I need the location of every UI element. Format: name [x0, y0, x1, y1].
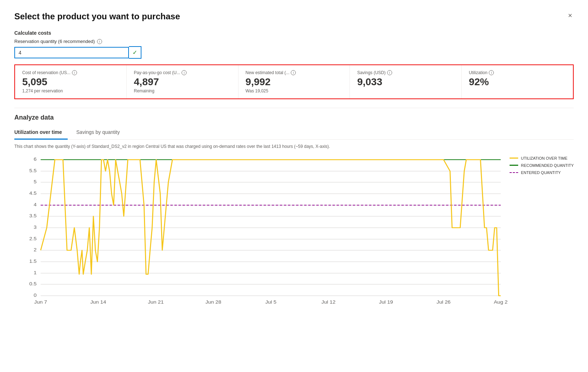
close-button[interactable]: × — [567, 11, 574, 20]
svg-text:5.5: 5.5 — [29, 168, 37, 173]
metric-header-1: Pay-as-you-go cost (U... i — [134, 70, 231, 75]
legend-purple-line — [510, 172, 518, 173]
svg-text:4.5: 4.5 — [29, 190, 37, 196]
tab-savings[interactable]: Savings by quantity — [76, 126, 125, 140]
metric-header-0: Cost of reservation (US... i — [22, 70, 119, 75]
analyze-title: Analyze data — [14, 114, 574, 121]
metric-value-0: 5,095 — [22, 77, 119, 88]
qty-label-text: Reservation quantity (6 recommended) — [14, 39, 95, 44]
svg-text:Aug 2: Aug 2 — [494, 299, 508, 305]
metric-item-4: Utilization i 92% — [462, 65, 573, 98]
svg-text:Jun 14: Jun 14 — [90, 299, 106, 305]
svg-text:6: 6 — [34, 156, 37, 162]
svg-text:3.5: 3.5 — [29, 213, 37, 218]
svg-text:1: 1 — [34, 270, 37, 275]
metric-sub-0: 1,274 per reservation — [22, 88, 119, 93]
tab-utilization[interactable]: Utilization over time — [14, 126, 68, 140]
tabs: Utilization over time Savings by quantit… — [14, 126, 574, 140]
chart-legend: UTILIZATION OVER TIME RECOMMENDED QUANTI… — [510, 156, 574, 175]
metric-header-4: Utilization i — [469, 70, 566, 75]
svg-text:5: 5 — [34, 179, 37, 184]
metrics-box: Cost of reservation (US... i 5,095 1,274… — [14, 64, 574, 99]
svg-text:0: 0 — [34, 293, 37, 298]
metric-header-2: New estimated total (... i — [246, 70, 343, 75]
svg-text:Jun 7: Jun 7 — [34, 299, 47, 305]
metric-item-0: Cost of reservation (US... i 5,095 1,274… — [15, 65, 127, 98]
chart-area: .axis-label { font-size: 13px; fill: #60… — [14, 153, 574, 314]
section-label: Calculate costs — [14, 30, 574, 36]
svg-text:Jul 5: Jul 5 — [265, 299, 276, 305]
metric-header-3: Savings (USD) i — [357, 70, 454, 75]
svg-text:2.5: 2.5 — [29, 236, 37, 241]
section-divider — [14, 108, 574, 108]
metric-info-icon-4[interactable]: i — [489, 70, 494, 75]
metric-sub-2: Was 19,025 — [246, 88, 343, 93]
svg-text:1.5: 1.5 — [29, 259, 37, 264]
metric-value-1: 4,897 — [134, 77, 231, 88]
legend-entered: ENTERED QUANTITY — [510, 170, 574, 175]
legend-recommended: RECOMMENDED QUANTITY — [510, 163, 574, 168]
metric-value-2: 9,992 — [246, 77, 343, 88]
svg-text:Jul 12: Jul 12 — [322, 299, 336, 305]
legend-utilization: UTILIZATION OVER TIME — [510, 156, 574, 160]
qty-checkmark: ✓ — [129, 46, 141, 59]
page-title: Select the product you want to purchase — [14, 11, 180, 21]
svg-text:Jun 21: Jun 21 — [148, 299, 164, 305]
svg-text:Jul 26: Jul 26 — [437, 299, 451, 305]
svg-text:3: 3 — [34, 224, 37, 230]
legend-green-line — [510, 165, 518, 166]
svg-text:Jun 28: Jun 28 — [206, 299, 221, 305]
svg-text:Jul 19: Jul 19 — [379, 299, 393, 305]
metric-value-4: 92% — [469, 77, 566, 88]
legend-utilization-label: UTILIZATION OVER TIME — [521, 156, 568, 160]
metric-sub-1: Remaining — [134, 88, 231, 93]
legend-recommended-label: RECOMMENDED QUANTITY — [521, 163, 574, 168]
utilization-chart: .axis-label { font-size: 13px; fill: #60… — [14, 153, 574, 306]
legend-entered-label: ENTERED QUANTITY — [521, 170, 561, 175]
quantity-input[interactable] — [14, 47, 129, 58]
metric-item-2: New estimated total (... i 9,992 Was 19,… — [238, 65, 350, 98]
svg-text:0.5: 0.5 — [29, 281, 37, 286]
metric-value-3: 9,033 — [357, 77, 454, 88]
svg-text:4: 4 — [34, 202, 37, 207]
svg-text:2: 2 — [34, 247, 37, 252]
qty-info-icon[interactable]: i — [97, 39, 102, 44]
metric-info-icon-1[interactable]: i — [182, 70, 187, 75]
metric-info-icon-3[interactable]: i — [387, 70, 392, 75]
metric-item-1: Pay-as-you-go cost (U... i 4,897 Remaini… — [127, 65, 238, 98]
metric-info-icon-2[interactable]: i — [291, 70, 296, 75]
legend-yellow-line — [510, 158, 518, 159]
chart-description: This chart shows the quantity (Y-axis) o… — [14, 144, 574, 149]
metric-info-icon-0[interactable]: i — [72, 70, 77, 75]
metric-item-3: Savings (USD) i 9,033 — [350, 65, 462, 98]
